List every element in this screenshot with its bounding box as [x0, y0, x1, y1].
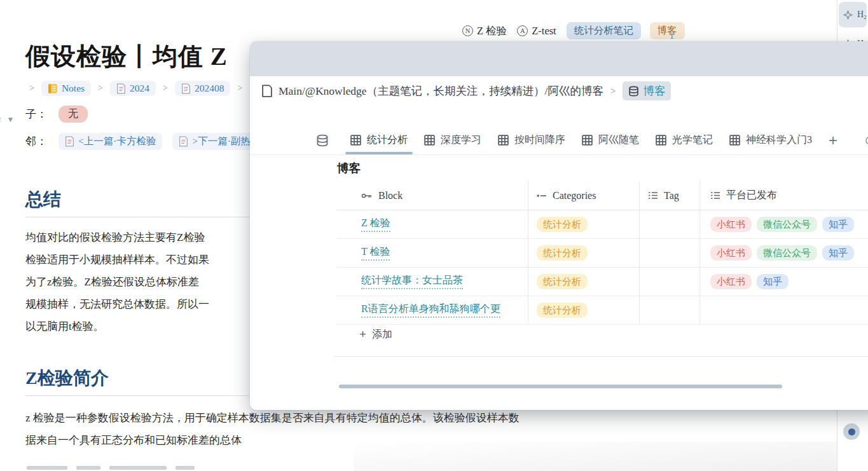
block-link[interactable]: 统计学故事：女士品茶 [361, 274, 463, 289]
platforms-cell[interactable]: 小红书知乎 [699, 268, 868, 296]
platform-pill[interactable]: 知乎 [822, 217, 854, 232]
view-tab[interactable]: 深度学习 [424, 133, 481, 147]
outline-item-label: H₂ [857, 10, 867, 20]
select-icon [537, 193, 547, 199]
categories-cell[interactable]: 统计分析 [528, 210, 639, 239]
view-tab[interactable]: 神经科学入门3 [729, 133, 812, 147]
category-pill[interactable]: 统计分析 [537, 217, 588, 232]
view-tab[interactable]: 统计分析 [350, 133, 408, 147]
plus-icon: + [359, 327, 366, 341]
category-pill[interactable]: 统计分析 [537, 274, 588, 289]
attribute-doc-ref[interactable]: <上一篇·卡方检验 [59, 133, 162, 150]
block-gutter: 2 ▼ [0, 114, 14, 125]
circled-n-icon: N [462, 25, 473, 36]
block-link[interactable]: Z 检验 [361, 217, 390, 232]
platform-pill[interactable]: 小红书 [710, 217, 752, 232]
doc-icon [179, 136, 188, 147]
platform-pill[interactable]: 小红书 [710, 245, 752, 261]
dialog-breadcrumb: Main/@Knowledge（主题笔记，长期关注，持续精进）/阿巛的博客 > … [261, 81, 671, 100]
paragraph-line: 检验适用于小规模抽样样本。不过如果 [25, 249, 209, 271]
breadcrumb-item[interactable]: 2024 [110, 81, 156, 96]
attribute-values: 无 [59, 106, 88, 123]
clipped-toolbar-icon[interactable] [863, 135, 868, 146]
grid-icon [656, 135, 666, 146]
dialog-divider [334, 356, 868, 357]
attribute-label: 邻： [25, 134, 47, 149]
attribute-value-pill[interactable]: 无 [59, 106, 88, 123]
attribute-row: 邻：<上一篇·卡方检验>下一篇·副热带 [25, 133, 266, 150]
platforms-cell[interactable]: 小红书微信公众号知乎 [699, 239, 868, 268]
view-tab-label: 深度学习 [441, 133, 481, 147]
doc-icon [116, 83, 126, 94]
category-pill[interactable]: 统计分析 [537, 303, 588, 318]
paragraph-line: 均值对比的假设检验方法主要有Z检验 [25, 226, 209, 249]
column-header[interactable]: Block [337, 181, 528, 210]
alias-ref[interactable]: A Z-test [517, 25, 556, 38]
add-view-button[interactable]: + [829, 132, 837, 149]
add-row-button[interactable]: + 添加 [359, 327, 392, 341]
paragraph-line: 为了z检验。Z检验还假设总体标准差 [25, 271, 209, 293]
tag-cell[interactable] [639, 210, 699, 239]
breadcrumb-item-label: Notes [62, 83, 85, 94]
tag-pill[interactable]: 统计分析笔记 [567, 22, 641, 39]
breadcrumb-separator: > [237, 83, 242, 93]
block-link[interactable]: T 检验 [361, 245, 390, 261]
attribute-row: 子：无 [25, 106, 88, 123]
collapse-arrow-icon[interactable]: ▼ [7, 115, 15, 125]
view-tabs: 统计分析深度学习按时间降序阿巛随笔光学笔记神经科学入门3 [350, 133, 812, 147]
categories-cell[interactable]: 统计分析 [528, 239, 639, 268]
grid-icon [582, 135, 593, 146]
view-tab[interactable]: 光学笔记 [656, 133, 713, 147]
tag-pill[interactable]: 博客 [650, 22, 685, 39]
database-icon[interactable] [316, 134, 329, 147]
ref-count-badge[interactable]: 1 [670, 31, 674, 41]
grid-icon [498, 135, 509, 146]
column-header-label: Categories [553, 190, 596, 201]
platform-pill[interactable]: 小红书 [710, 274, 752, 289]
database-dialog: Main/@Knowledge（主题笔记，长期关注，持续精进）/阿巛的博客 > … [250, 41, 868, 410]
name-ref[interactable]: N Z 检验 [462, 24, 507, 38]
block-link[interactable]: R语言分析单身狗和舔狗哪个更 [361, 303, 500, 318]
paragraph-line: z 检验是一种参数假设检验方法，用于确定样本数据集是否来自具有特定均值的总体。该… [25, 407, 520, 429]
database-title[interactable]: 博客 [337, 160, 361, 176]
tag-cell[interactable] [639, 268, 699, 296]
platforms-cell[interactable]: 小红书微信公众号知乎 [699, 210, 868, 239]
platforms-cell[interactable] [699, 296, 868, 325]
platform-pill[interactable]: 知乎 [822, 245, 854, 261]
tag-cell[interactable] [639, 296, 699, 325]
breadcrumb-separator: > [610, 86, 616, 97]
key-icon [361, 192, 373, 200]
outline-item[interactable]: H₂ [839, 2, 867, 27]
dialog-drag-header[interactable] [250, 41, 868, 76]
column-header-label: Tag [664, 190, 679, 201]
horizontal-scrollbar[interactable] [339, 385, 782, 388]
doc-icon [65, 136, 74, 147]
breadcrumb-item[interactable]: 202408 [175, 81, 231, 96]
view-tab-label: 神经科学入门3 [746, 133, 812, 147]
block-cell: R语言分析单身狗和舔狗哪个更 [337, 296, 528, 325]
view-tab-label: 统计分析 [367, 133, 408, 147]
column-header[interactable]: Tag [639, 181, 699, 210]
locate-button[interactable] [843, 423, 860, 440]
category-pill[interactable]: 统计分析 [537, 245, 588, 261]
platform-pill[interactable]: 微信公众号 [757, 217, 817, 232]
tag-pills: 统计分析笔记博客 [567, 22, 685, 39]
tag-cell[interactable] [639, 239, 699, 268]
list-icon [710, 191, 720, 200]
dialog-breadcrumb-path[interactable]: Main/@Knowledge（主题笔记，长期关注，持续精进）/阿巛的博客 [279, 83, 603, 99]
view-tab[interactable]: 按时间降序 [498, 133, 565, 147]
column-header[interactable]: 平台已发布 [699, 181, 868, 210]
platform-pill[interactable]: 微信公众号 [757, 245, 817, 261]
current-database-chip[interactable]: 博客 [623, 81, 671, 100]
view-tab[interactable]: 阿巛随笔 [582, 133, 639, 147]
categories-cell[interactable]: 统计分析 [528, 268, 639, 296]
alias-ref-label: Z-test [532, 25, 556, 38]
database-table: BlockCategoriesTag平台已发布Z 检验统计分析小红书微信公众号知… [337, 181, 868, 325]
breadcrumb-item[interactable]: Notes [41, 81, 91, 96]
column-header[interactable]: Categories [528, 181, 639, 210]
section-heading: 总结 [25, 188, 61, 212]
platform-pill[interactable]: 知乎 [757, 274, 789, 289]
breadcrumb-separator: > [163, 83, 168, 93]
attribute-doc-label: <上一篇·卡方检验 [78, 135, 156, 148]
categories-cell[interactable]: 统计分析 [528, 296, 639, 325]
